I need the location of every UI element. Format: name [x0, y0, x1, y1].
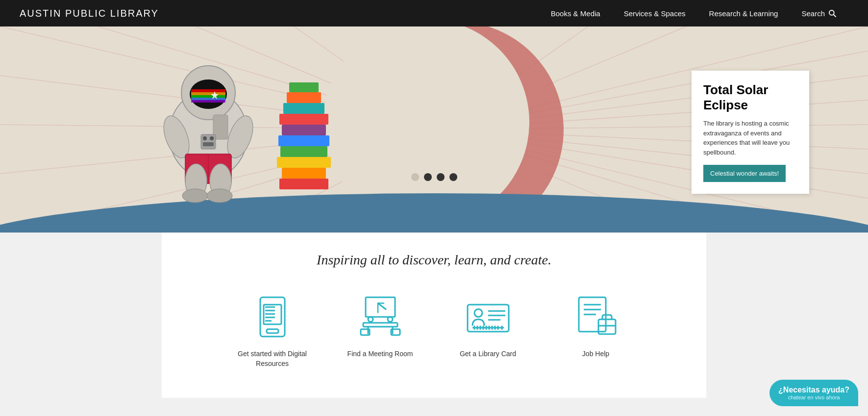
- svg-rect-75: [363, 323, 397, 327]
- hero-card-title: Total Solar Eclipse: [703, 82, 797, 113]
- svg-line-74: [378, 303, 386, 310]
- hero-info-card: Total Solar Eclipse The library is hosti…: [692, 71, 809, 194]
- svg-rect-72: [267, 329, 278, 333]
- meeting-room-icon: [356, 292, 405, 341]
- quicklink-digital-resources-label: Get started with Digital Resources: [233, 349, 312, 368]
- quick-links-section: Get started with Digital Resources: [172, 292, 696, 368]
- quicklink-library-card-label: Get a Library Card: [460, 349, 516, 359]
- chat-help-bubble[interactable]: ¿Necesitas ayuda? chatear en vivo ahora: [769, 380, 858, 398]
- svg-point-0: [829, 10, 834, 15]
- main-content-area: Inspiring all to discover, learn, and cr…: [162, 233, 706, 398]
- site-logo: AUSTIN PUBLIC LIBRARY: [20, 8, 159, 19]
- quicklink-job-help[interactable]: Job Help: [557, 292, 635, 368]
- tagline: Inspiring all to discover, learn, and cr…: [172, 252, 696, 268]
- svg-rect-60: [282, 125, 326, 135]
- chat-sub-text: chatear en vivo ahora: [778, 394, 849, 398]
- svg-rect-40: [191, 100, 225, 103]
- quicklink-job-help-label: Job Help: [582, 349, 609, 359]
- svg-rect-61: [279, 114, 328, 125]
- search-icon: [828, 9, 837, 18]
- nav-books-media[interactable]: Books & Media: [539, 0, 612, 26]
- book-stack: [274, 80, 333, 203]
- quicklink-meeting-room[interactable]: Find a Meeting Room: [341, 292, 420, 368]
- quicklink-meeting-room-label: Find a Meeting Room: [347, 349, 413, 359]
- astronaut-illustration: [127, 36, 289, 203]
- svg-point-83: [474, 309, 482, 317]
- phone-book-icon: [248, 292, 297, 341]
- svg-point-81: [388, 317, 393, 322]
- job-help-icon: [571, 292, 620, 341]
- dot-2[interactable]: [424, 173, 432, 181]
- svg-point-52: [203, 136, 207, 140]
- svg-rect-55: [279, 179, 328, 189]
- chat-main-text: ¿Necesitas ayuda?: [778, 386, 849, 394]
- hero-section: Total Solar Eclipse The library is hosti…: [0, 26, 868, 233]
- svg-rect-36: [191, 89, 225, 92]
- svg-rect-62: [283, 103, 324, 114]
- svg-rect-51: [201, 134, 216, 149]
- dot-4[interactable]: [449, 173, 457, 181]
- dot-3[interactable]: [437, 173, 445, 181]
- svg-line-1: [834, 15, 836, 17]
- svg-point-49: [207, 189, 232, 203]
- dot-1[interactable]: [411, 173, 419, 181]
- svg-rect-59: [278, 135, 329, 146]
- quicklink-digital-resources[interactable]: Get started with Digital Resources: [233, 292, 312, 368]
- page-wrapper: Inspiring all to discover, learn, and cr…: [0, 233, 868, 398]
- quicklink-library-card[interactable]: Get a Library Card: [449, 292, 527, 368]
- carousel-dots: [411, 173, 457, 181]
- site-header: AUSTIN PUBLIC LIBRARY Books & Media Serv…: [0, 0, 868, 26]
- svg-rect-38: [191, 95, 225, 98]
- svg-point-53: [210, 136, 214, 140]
- nav-services-spaces[interactable]: Services & Spaces: [612, 0, 697, 26]
- svg-rect-39: [191, 98, 225, 100]
- svg-rect-64: [289, 82, 319, 92]
- svg-rect-73: [366, 297, 395, 317]
- svg-point-80: [368, 317, 373, 322]
- nav-search[interactable]: Search: [790, 0, 848, 26]
- svg-rect-54: [203, 142, 214, 146]
- library-card-icon: [464, 292, 513, 341]
- svg-point-48: [182, 189, 208, 203]
- hero-cta-button[interactable]: Celestial wonder awaits!: [703, 165, 786, 182]
- svg-rect-63: [287, 92, 321, 103]
- svg-rect-37: [191, 92, 225, 95]
- svg-rect-56: [282, 168, 326, 179]
- nav-research-learning[interactable]: Research & Learning: [697, 0, 790, 26]
- hero-card-body: The library is hosting a cosmic extravag…: [703, 119, 797, 157]
- svg-rect-58: [280, 146, 327, 157]
- main-nav: Books & Media Services & Spaces Research…: [539, 0, 848, 26]
- svg-rect-57: [277, 157, 331, 168]
